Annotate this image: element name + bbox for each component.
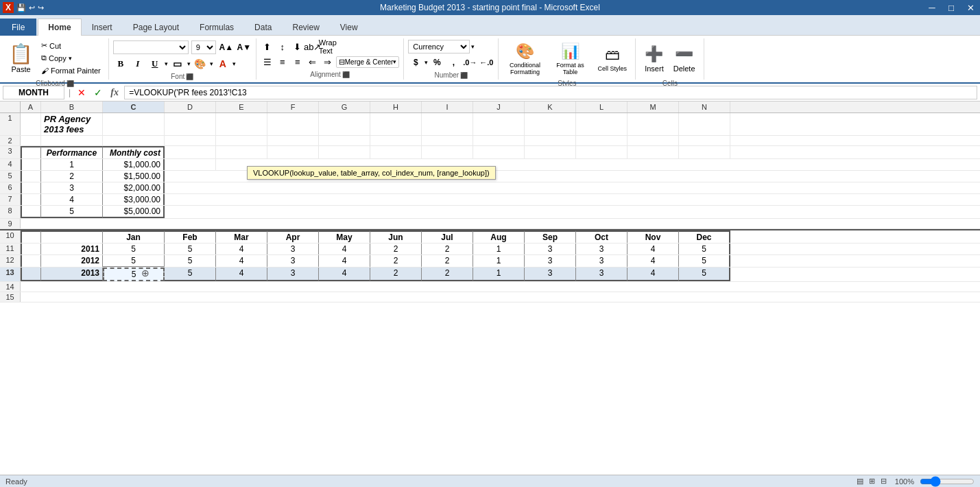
- cell-c12[interactable]: 5: [103, 255, 165, 267]
- decrease-decimal-button[interactable]: ←.0: [479, 55, 494, 70]
- underline-button[interactable]: U: [147, 56, 163, 71]
- cell-a11[interactable]: [21, 244, 41, 254]
- cell-b7[interactable]: 4: [41, 194, 103, 205]
- alignment-expand[interactable]: ⬛: [342, 71, 350, 78]
- merge-arrow[interactable]: ▾: [393, 58, 396, 65]
- cell-rest-6[interactable]: [165, 182, 980, 193]
- cell-e12[interactable]: 4: [216, 255, 267, 267]
- cell-f11[interactable]: 3: [267, 244, 319, 254]
- cell-f1[interactable]: [267, 113, 319, 135]
- cell-j11[interactable]: 1: [473, 244, 525, 254]
- cut-button[interactable]: ✂ Cut: [38, 40, 104, 51]
- cell-c6[interactable]: $2,000.00: [103, 182, 165, 193]
- cell-g1[interactable]: [319, 113, 370, 135]
- bold-button[interactable]: B: [113, 56, 128, 71]
- cell-n1[interactable]: [679, 113, 730, 135]
- cell-k2[interactable]: [525, 136, 576, 145]
- cell-k11[interactable]: 3: [525, 244, 576, 254]
- cell-b3[interactable]: Performance: [41, 146, 103, 158]
- close-btn[interactable]: ✕: [961, 0, 980, 15]
- cell-f10[interactable]: Apr: [267, 230, 319, 243]
- tab-data[interactable]: Data: [244, 19, 282, 36]
- cell-d2[interactable]: [165, 136, 216, 145]
- name-box[interactable]: [3, 86, 64, 99]
- cell-d4[interactable]: [165, 159, 216, 170]
- font-color-arrow[interactable]: ▾: [232, 60, 236, 67]
- cell-k12[interactable]: 3: [525, 255, 576, 267]
- increase-indent-button[interactable]: ⇒: [321, 55, 335, 69]
- formula-input[interactable]: [124, 86, 977, 99]
- tab-view[interactable]: View: [330, 19, 368, 36]
- cell-h1[interactable]: [370, 113, 422, 135]
- cell-d1[interactable]: [165, 113, 216, 135]
- insert-function-btn[interactable]: fx: [108, 86, 121, 99]
- shrink-font-button[interactable]: A▼: [237, 40, 252, 55]
- format-table-button[interactable]: 📊 Format as Table: [549, 40, 592, 78]
- quick-access-undo[interactable]: ↩: [29, 2, 35, 13]
- cell-g11[interactable]: 4: [319, 244, 370, 254]
- cell-j1[interactable]: [473, 113, 525, 135]
- cell-c4[interactable]: $1,000.00: [103, 159, 165, 170]
- clipboard-expand[interactable]: ⬛: [67, 80, 74, 87]
- cell-b6[interactable]: 3: [41, 182, 103, 193]
- cell-i2[interactable]: [422, 136, 473, 145]
- maximize-btn[interactable]: □: [942, 0, 961, 15]
- col-header-d[interactable]: D: [165, 102, 216, 112]
- cell-f12[interactable]: 3: [267, 255, 319, 267]
- cell-m13[interactable]: 4: [628, 268, 679, 281]
- cell-rest-8[interactable]: [165, 206, 980, 218]
- underline-arrow[interactable]: ▾: [165, 60, 168, 67]
- cell-m1[interactable]: [628, 113, 679, 135]
- cell-k13[interactable]: 3: [525, 268, 576, 281]
- cell-a14[interactable]: [21, 282, 41, 292]
- col-header-h[interactable]: H: [370, 102, 422, 112]
- cell-d3[interactable]: [165, 146, 216, 158]
- col-header-b[interactable]: B: [41, 102, 103, 112]
- cell-j10[interactable]: Aug: [473, 230, 525, 243]
- col-header-l[interactable]: L: [576, 102, 628, 112]
- cell-l10[interactable]: Oct: [576, 230, 628, 243]
- cell-i1[interactable]: [422, 113, 473, 135]
- tab-insert[interactable]: Insert: [82, 19, 123, 36]
- cell-l12[interactable]: 3: [576, 255, 628, 267]
- col-header-m[interactable]: M: [628, 102, 679, 112]
- cell-g3[interactable]: [319, 146, 370, 158]
- cell-a9[interactable]: [21, 219, 41, 228]
- minimize-btn[interactable]: ─: [922, 0, 942, 15]
- col-header-g[interactable]: G: [319, 102, 370, 112]
- insert-button[interactable]: ➕ Insert: [641, 40, 667, 78]
- cell-g2[interactable]: [319, 136, 370, 145]
- conditional-formatting-button[interactable]: 🎨 Conditional Formatting: [504, 40, 547, 78]
- cell-m3[interactable]: [628, 146, 679, 158]
- cell-c13-active[interactable]: 5 ⊕: [103, 268, 165, 281]
- cell-a10[interactable]: [21, 230, 41, 243]
- cell-n13[interactable]: 5: [679, 268, 730, 281]
- decrease-indent-button[interactable]: ⇐: [306, 55, 320, 69]
- cell-d10[interactable]: Feb: [165, 230, 216, 243]
- cell-rest-15[interactable]: [41, 292, 980, 302]
- cell-m11[interactable]: 4: [628, 244, 679, 254]
- font-size-dropdown[interactable]: 9: [191, 40, 216, 54]
- cell-l13[interactable]: 3: [576, 268, 628, 281]
- cell-n3[interactable]: [679, 146, 730, 158]
- zoom-slider[interactable]: [920, 476, 975, 487]
- fill-arrow[interactable]: ▾: [210, 60, 213, 67]
- align-bottom-button[interactable]: ⬇: [291, 40, 304, 54]
- cell-e13[interactable]: 4: [216, 268, 267, 281]
- border-arrow[interactable]: ▾: [187, 60, 191, 67]
- cell-j13[interactable]: 1: [473, 268, 525, 281]
- cell-n12[interactable]: 5: [679, 255, 730, 267]
- align-left-button[interactable]: ☰: [261, 55, 274, 69]
- cell-h2[interactable]: [370, 136, 422, 145]
- number-expand[interactable]: ⬛: [460, 72, 468, 79]
- cell-l2[interactable]: [576, 136, 628, 145]
- currency-button[interactable]: $: [408, 55, 423, 70]
- cell-l1[interactable]: [576, 113, 628, 135]
- cell-a6[interactable]: [21, 182, 41, 193]
- cell-a13[interactable]: [21, 268, 41, 281]
- copy-dropdown-arrow[interactable]: ▾: [69, 55, 72, 62]
- cell-b12[interactable]: 2012: [41, 255, 103, 267]
- merge-center-button[interactable]: ⊟ Merge & Center ▾: [336, 56, 400, 68]
- view-normal[interactable]: ▤: [857, 477, 863, 486]
- cell-d12[interactable]: 5: [165, 255, 216, 267]
